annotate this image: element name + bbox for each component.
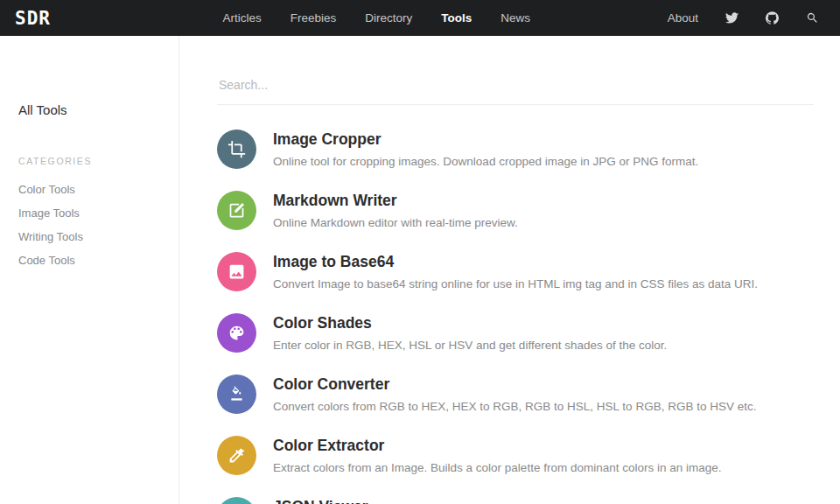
tool-title[interactable]: Color Extractor bbox=[273, 437, 721, 455]
tool-list-item[interactable]: Color Extractor Extract colors from an I… bbox=[217, 436, 814, 475]
nav-right-group: About bbox=[668, 11, 819, 25]
palette-icon bbox=[217, 313, 256, 353]
tool-description: Enter color in RGB, HEX, HSL or HSV and … bbox=[273, 339, 667, 352]
image-icon bbox=[217, 252, 256, 291]
tool-description: Convert Image to base64 string online fo… bbox=[273, 277, 758, 290]
nav-link[interactable]: Tools bbox=[441, 11, 472, 24]
tool-list-item[interactable]: Color Shades Enter color in RGB, HEX, HS… bbox=[217, 313, 814, 353]
tool-list-item[interactable]: Image to Base64 Convert Image to base64 … bbox=[217, 252, 814, 291]
tool-description: Online Markdown editor with real-time pr… bbox=[273, 216, 518, 229]
edit-icon bbox=[217, 191, 256, 230]
tool-title[interactable]: Color Shades bbox=[273, 314, 667, 332]
tool-title[interactable]: Color Converter bbox=[273, 375, 756, 394]
tool-title[interactable]: Markdown Writer bbox=[273, 192, 518, 210]
search-icon[interactable] bbox=[805, 11, 819, 25]
crop-icon bbox=[217, 130, 256, 169]
category-sidebar: All Tools CATEGORIES Color ToolsImage To… bbox=[0, 36, 179, 504]
paint-fill-icon bbox=[217, 374, 256, 414]
tool-description: Extract colors from an Image. Builds a c… bbox=[273, 461, 721, 474]
tool-title[interactable]: Image to Base64 bbox=[273, 253, 758, 271]
tool-list: Image Cropper Online tool for cropping i… bbox=[217, 130, 814, 504]
tool-list-item[interactable]: Image Cropper Online tool for cropping i… bbox=[217, 130, 814, 169]
braces-icon: { } bbox=[217, 497, 256, 504]
twitter-icon[interactable] bbox=[724, 11, 738, 25]
tool-list-item[interactable]: Color Converter Convert colors from RGB … bbox=[217, 374, 814, 414]
nav-link[interactable]: News bbox=[500, 11, 530, 24]
tool-list-item[interactable]: Markdown Writer Online Markdown editor w… bbox=[217, 191, 814, 230]
tool-title[interactable]: Image Cropper bbox=[273, 130, 698, 149]
tools-main: Image Cropper Online tool for cropping i… bbox=[179, 36, 840, 504]
eyedropper-icon bbox=[217, 436, 256, 475]
tool-list-item[interactable]: { } JSON Viewer bbox=[217, 497, 814, 504]
page-body: All Tools CATEGORIES Color ToolsImage To… bbox=[0, 36, 840, 504]
sidebar-category-item[interactable]: Code Tools bbox=[18, 249, 170, 273]
nav-link[interactable]: Directory bbox=[365, 11, 412, 24]
github-icon[interactable] bbox=[765, 11, 779, 25]
nav-link-about[interactable]: About bbox=[668, 11, 698, 24]
search-input[interactable] bbox=[217, 74, 814, 105]
categories-header: CATEGORIES bbox=[18, 156, 170, 166]
sidebar-category-item[interactable]: Color Tools bbox=[18, 178, 170, 202]
tool-description: Convert colors from RGB to HEX, HEX to R… bbox=[273, 400, 756, 413]
site-logo[interactable]: SDR bbox=[15, 8, 51, 29]
top-navbar: SDR ArticlesFreebiesDirectoryToolsNews A… bbox=[0, 0, 840, 36]
nav-link[interactable]: Freebies bbox=[290, 11, 337, 24]
sidebar-category-item[interactable]: Writing Tools bbox=[18, 226, 170, 249]
categories-list: Color ToolsImage ToolsWriting ToolsCode … bbox=[18, 178, 170, 273]
nav-link[interactable]: Articles bbox=[223, 11, 262, 24]
main-nav: ArticlesFreebiesDirectoryToolsNews bbox=[86, 11, 668, 24]
sidebar-category-item[interactable]: Image Tools bbox=[18, 202, 170, 226]
tool-description: Online tool for cropping images. Downloa… bbox=[273, 155, 698, 168]
tool-title[interactable]: JSON Viewer bbox=[273, 498, 368, 504]
sidebar-item-all-tools[interactable]: All Tools bbox=[18, 102, 170, 117]
